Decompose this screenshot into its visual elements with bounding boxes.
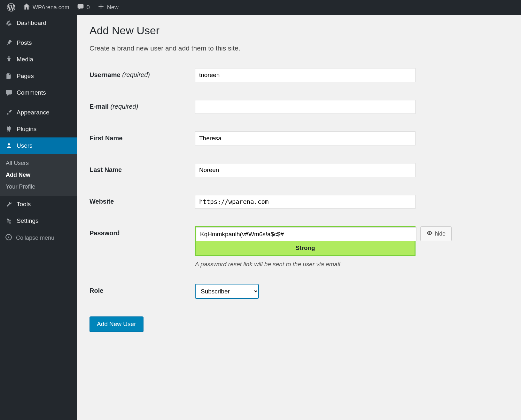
site-name: WPArena.com (33, 4, 69, 11)
firstname-label: First Name (89, 131, 195, 142)
password-note: A password reset link will be sent to th… (195, 261, 508, 268)
sidebar-label: Comments (17, 89, 46, 96)
username-row: Username (required) (89, 68, 508, 82)
submenu-all-users[interactable]: All Users (0, 157, 77, 169)
firstname-row: First Name (89, 131, 508, 145)
role-label: Role (89, 284, 195, 294)
sidebar-label: Media (17, 56, 33, 63)
wordpress-logo[interactable] (3, 0, 19, 15)
brush-icon (5, 109, 13, 116)
eye-icon (426, 230, 433, 238)
home-icon (23, 3, 30, 12)
website-input[interactable] (195, 195, 416, 209)
submit-row: Add New User (89, 316, 508, 332)
submenu-your-profile[interactable]: Your Profile (0, 181, 77, 193)
settings-icon (5, 217, 13, 225)
email-input[interactable] (195, 100, 416, 114)
website-row: Website (89, 195, 508, 209)
collapse-menu[interactable]: Collapse menu (0, 229, 77, 247)
username-input[interactable] (195, 68, 416, 82)
users-submenu: All Users Add New Your Profile (0, 154, 77, 196)
sidebar-item-users[interactable]: Users (0, 137, 77, 154)
sidebar-item-plugins[interactable]: Plugins (0, 121, 77, 137)
sidebar-label: Appearance (17, 109, 49, 116)
hide-password-button[interactable]: hide (420, 226, 452, 241)
comment-icon (77, 3, 84, 12)
wrench-icon (5, 200, 13, 208)
sidebar-label: Posts (17, 39, 32, 46)
password-row: Password Strong hide (89, 226, 508, 256)
username-label: Username (required) (89, 68, 195, 79)
lastname-label: Last Name (89, 163, 195, 174)
hide-label: hide (435, 230, 446, 237)
user-icon (5, 142, 13, 150)
dashboard-icon (5, 19, 13, 27)
sidebar-label: Tools (17, 201, 31, 208)
site-home-link[interactable]: WPArena.com (19, 0, 73, 15)
sidebar-label: Dashboard (17, 19, 46, 27)
lastname-input[interactable] (195, 163, 416, 177)
comments-link[interactable]: 0 (73, 0, 94, 15)
submenu-add-new[interactable]: Add New (0, 169, 77, 181)
admin-sidebar: Dashboard Posts Media Pages Comments App… (0, 15, 77, 341)
add-user-button[interactable]: Add New User (89, 316, 144, 332)
new-label: New (107, 4, 119, 11)
lastname-row: Last Name (89, 163, 508, 177)
password-label: Password (89, 226, 195, 237)
sidebar-label: Pages (17, 73, 34, 80)
admin-topbar: WPArena.com 0 New (0, 0, 521, 15)
sidebar-label: Plugins (17, 126, 36, 133)
plugin-icon (5, 125, 13, 133)
firstname-input[interactable] (195, 131, 416, 145)
plus-icon (97, 3, 105, 12)
sidebar-item-tools[interactable]: Tools (0, 196, 77, 213)
collapse-icon (5, 234, 12, 242)
email-row: E-mail (required) (89, 100, 508, 114)
main-content: Add New User Create a brand new user and… (77, 15, 521, 341)
sidebar-label: Users (17, 142, 33, 149)
new-content-link[interactable]: New (94, 0, 122, 15)
sidebar-item-comments[interactable]: Comments (0, 84, 77, 101)
sidebar-item-pages[interactable]: Pages (0, 68, 77, 84)
role-select[interactable]: Subscriber (195, 284, 259, 299)
comments-count: 0 (87, 4, 90, 11)
sidebar-item-dashboard[interactable]: Dashboard (0, 15, 77, 31)
collapse-label: Collapse menu (16, 235, 54, 241)
password-input[interactable] (196, 227, 416, 241)
pages-icon (5, 72, 13, 80)
page-description: Create a brand new user and add them to … (89, 44, 508, 52)
comments-icon (5, 89, 13, 97)
role-row: Role Subscriber (89, 284, 508, 299)
pin-icon (5, 39, 13, 47)
password-box: Strong (195, 226, 416, 256)
page-title: Add New User (89, 24, 508, 37)
sidebar-label: Settings (17, 217, 39, 224)
sidebar-item-posts[interactable]: Posts (0, 35, 77, 51)
sidebar-item-media[interactable]: Media (0, 51, 77, 68)
email-label: E-mail (required) (89, 100, 195, 110)
password-strength: Strong (196, 241, 415, 255)
sidebar-item-appearance[interactable]: Appearance (0, 104, 77, 121)
media-icon (5, 56, 13, 63)
website-label: Website (89, 195, 195, 205)
sidebar-item-settings[interactable]: Settings (0, 213, 77, 229)
